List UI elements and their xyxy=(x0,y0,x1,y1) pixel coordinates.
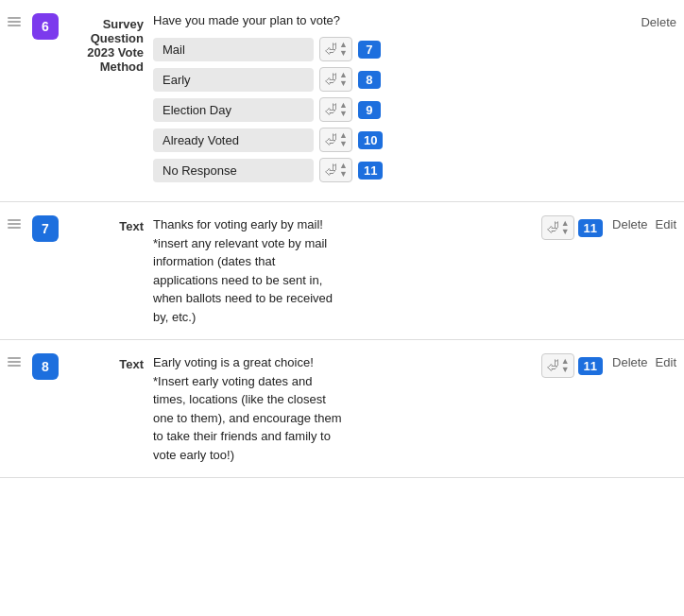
jump-num-election: 9 xyxy=(358,101,381,119)
jump-num-early: 8 xyxy=(358,71,381,89)
row-label-8: Text xyxy=(68,353,144,371)
jump-num-7: 11 xyxy=(578,219,603,237)
text-body-8: Early voting is a great choice! *Insert … xyxy=(153,353,342,464)
answer-election-day: Election Day xyxy=(153,98,314,122)
jump-control-early[interactable]: ⮰ ▲▼ xyxy=(319,67,352,92)
jump-arrows-8[interactable]: ▲▼ xyxy=(561,357,570,374)
edit-button-7[interactable]: Edit xyxy=(656,217,676,231)
actions-7: Delete Edit xyxy=(612,215,676,231)
text-content-7: Thanks for voting early by mail! *insert… xyxy=(153,215,532,326)
answer-no-response: No Response xyxy=(153,159,314,182)
answer-row-mail: Mail ⮰ ▲▼ 7 xyxy=(153,37,631,61)
jump-num-8: 11 xyxy=(578,357,603,375)
answer-already-voted: Already Voted xyxy=(153,128,314,152)
edit-button-8[interactable]: Edit xyxy=(656,355,676,369)
jump-control-mail[interactable]: ⮰ ▲▼ xyxy=(319,37,352,61)
badge-8: 8 xyxy=(32,353,59,380)
jump-num-voted: 10 xyxy=(358,131,383,149)
jump-icon-no-response: ⮰ xyxy=(324,163,337,178)
delete-button-8[interactable]: Delete xyxy=(612,355,648,369)
jump-control-voted[interactable]: ⮰ ▲▼ xyxy=(319,128,352,152)
badge-7: 7 xyxy=(32,215,59,242)
drag-handle-8[interactable] xyxy=(8,353,23,367)
answer-row-early: Early ⮰ ▲▼ 8 xyxy=(153,67,631,92)
answer-early: Early xyxy=(153,68,314,92)
jump-num-mail: 7 xyxy=(358,41,381,59)
jump-arrows-early[interactable]: ▲▼ xyxy=(339,71,348,88)
delete-button-7[interactable]: Delete xyxy=(612,217,648,231)
jump-num-no-response: 11 xyxy=(358,162,383,180)
drag-handle-6[interactable] xyxy=(8,13,23,26)
jump-control-election[interactable]: ⮰ ▲▼ xyxy=(319,97,352,122)
text-row-8: 8 Text Early voting is a great choice! *… xyxy=(0,340,684,478)
right-control-7: ⮰ ▲▼ 11 xyxy=(541,215,603,240)
jump-icon-8: ⮰ xyxy=(546,358,559,373)
jump-arrows-voted[interactable]: ▲▼ xyxy=(339,131,348,148)
jump-control-8[interactable]: ⮰ ▲▼ xyxy=(541,353,574,378)
jump-arrows-7[interactable]: ▲▼ xyxy=(561,219,570,236)
badge-6: 6 xyxy=(32,13,59,40)
text-row-7: 7 Text Thanks for voting early by mail! … xyxy=(0,202,684,340)
survey-row-6: 6 Survey Question 2023 Vote Method Have … xyxy=(0,0,684,202)
answer-row-no-response: No Response ⮰ ▲▼ 11 xyxy=(153,158,631,182)
answer-mail: Mail xyxy=(153,38,314,61)
actions-6: Delete xyxy=(641,13,676,29)
jump-icon-early: ⮰ xyxy=(324,72,337,87)
jump-arrows-mail[interactable]: ▲▼ xyxy=(339,41,348,58)
jump-control-7[interactable]: ⮰ ▲▼ xyxy=(541,215,574,240)
jump-icon-voted: ⮰ xyxy=(324,132,337,147)
right-control-8: ⮰ ▲▼ 11 xyxy=(541,353,603,378)
survey-content-6: Have you made your plan to vote? Mail ⮰ … xyxy=(153,13,631,188)
row-label-6: Survey Question 2023 Vote Method xyxy=(68,13,144,74)
text-content-8: Early voting is a great choice! *Insert … xyxy=(153,353,532,464)
jump-icon-mail: ⮰ xyxy=(324,42,337,57)
text-body-7: Thanks for voting early by mail! *insert… xyxy=(153,215,342,326)
survey-question-text: Have you made your plan to vote? xyxy=(153,13,631,27)
row-label-7: Text xyxy=(68,215,144,233)
answer-row-voted: Already Voted ⮰ ▲▼ 10 xyxy=(153,128,631,152)
actions-8: Delete Edit xyxy=(612,353,676,369)
jump-arrows-no-response[interactable]: ▲▼ xyxy=(339,162,348,179)
jump-control-no-response[interactable]: ⮰ ▲▼ xyxy=(319,158,352,182)
jump-arrows-election[interactable]: ▲▼ xyxy=(339,101,348,118)
jump-icon-7: ⮰ xyxy=(546,220,559,235)
jump-icon-election: ⮰ xyxy=(324,102,337,117)
delete-button-6[interactable]: Delete xyxy=(641,15,676,29)
drag-handle-7[interactable] xyxy=(8,215,23,229)
answer-row-election: Election Day ⮰ ▲▼ 9 xyxy=(153,97,631,122)
